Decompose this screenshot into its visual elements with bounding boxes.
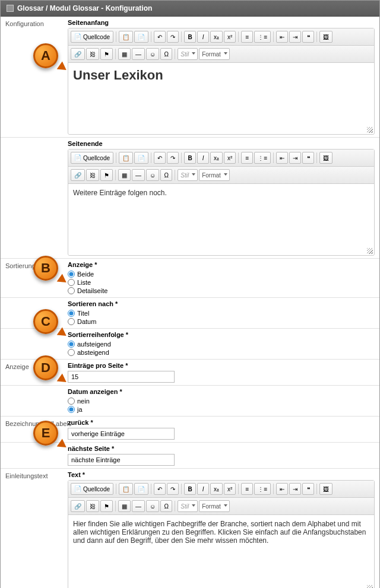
radio-anzeige-liste[interactable]	[68, 279, 75, 286]
editor-content-text: Weitere Einträge folgen noch.	[73, 189, 167, 197]
paste-button[interactable]: 📄	[134, 152, 148, 164]
blockquote-button[interactable]: ❝	[302, 31, 314, 43]
image-button[interactable]: 🖼	[319, 31, 332, 43]
anchor-button[interactable]: ⚑	[100, 500, 113, 512]
unlink-button[interactable]: ⛓	[86, 500, 99, 512]
label-anzeige: Anzeige *	[68, 261, 375, 268]
indent-button[interactable]: ⇥	[289, 31, 301, 43]
format-select[interactable]: Format	[199, 48, 230, 60]
bullet-list-button[interactable]: ⋮≡	[254, 31, 271, 43]
blockquote-button[interactable]: ❝	[302, 152, 314, 164]
numbered-list-button[interactable]: ≡	[241, 152, 253, 164]
smiley-button[interactable]: ☺	[146, 500, 159, 512]
link-button[interactable]: 🔗	[71, 500, 85, 512]
resize-handle[interactable]	[367, 585, 373, 588]
special-char-button[interactable]: Ω	[160, 500, 172, 512]
callout-b: B	[33, 256, 58, 281]
radio-order-ab[interactable]	[68, 349, 75, 356]
copy-button[interactable]: 📋	[119, 31, 133, 43]
redo-button[interactable]: ↷	[167, 483, 179, 495]
editor-body-text[interactable]: Hier finden Sie alle wichtigen Fachbegri…	[68, 515, 374, 588]
section-konfiguration: Konfiguration	[1, 17, 63, 137]
numbered-list-button[interactable]: ≡	[241, 31, 253, 43]
hr-button[interactable]: —	[132, 500, 145, 512]
radio-order-auf[interactable]	[68, 341, 75, 348]
copy-button[interactable]: 📋	[119, 152, 133, 164]
source-button[interactable]: 📄Quellcode	[71, 31, 113, 43]
source-button[interactable]: 📄Quellcode	[71, 152, 113, 164]
style-select[interactable]: Stil	[178, 169, 198, 181]
radio-anzeige-detail[interactable]	[68, 287, 75, 294]
editor-content-text: Hier finden Sie alle wichtigen Fachbegri…	[73, 520, 366, 545]
radio-label: aufsteigend	[77, 341, 111, 348]
italic-button[interactable]: I	[197, 152, 209, 164]
style-select[interactable]: Stil	[178, 48, 198, 60]
table-button[interactable]: ▦	[118, 48, 131, 60]
undo-button[interactable]: ↶	[154, 483, 166, 495]
anchor-button[interactable]: ⚑	[100, 169, 113, 181]
copy-button[interactable]: 📋	[119, 483, 133, 495]
input-naechste[interactable]	[68, 454, 175, 466]
image-button[interactable]: 🖼	[319, 483, 332, 495]
label-sortieren: Sortieren nach *	[68, 300, 375, 307]
subscript-button[interactable]: x₂	[210, 483, 223, 495]
undo-button[interactable]: ↶	[154, 31, 166, 43]
format-select[interactable]: Format	[199, 500, 230, 512]
special-char-button[interactable]: Ω	[160, 169, 172, 181]
radio-sort-datum[interactable]	[68, 318, 75, 325]
label-datum: Datum anzeigen *	[68, 388, 375, 395]
input-zurueck[interactable]	[68, 428, 175, 440]
italic-button[interactable]: I	[197, 31, 209, 43]
resize-handle[interactable]	[367, 127, 373, 133]
anchor-button[interactable]: ⚑	[100, 48, 113, 60]
radio-anzeige-beide[interactable]	[68, 271, 75, 278]
link-button[interactable]: 🔗	[71, 48, 85, 60]
indent-button[interactable]: ⇥	[289, 152, 301, 164]
superscript-button[interactable]: x²	[224, 483, 236, 495]
superscript-button[interactable]: x²	[224, 31, 236, 43]
smiley-button[interactable]: ☺	[146, 169, 159, 181]
bold-button[interactable]: B	[184, 31, 196, 43]
link-button[interactable]: 🔗	[71, 169, 85, 181]
radio-label: Titel	[77, 310, 89, 317]
input-eintraege[interactable]	[68, 371, 175, 383]
outdent-button[interactable]: ⇤	[276, 483, 288, 495]
image-button[interactable]: 🖼	[319, 152, 332, 164]
table-button[interactable]: ▦	[118, 500, 131, 512]
radio-sort-titel[interactable]	[68, 310, 75, 317]
radio-datum-nein[interactable]	[68, 398, 75, 405]
indent-button[interactable]: ⇥	[289, 483, 301, 495]
special-char-button[interactable]: Ω	[160, 48, 172, 60]
outdent-button[interactable]: ⇤	[276, 31, 288, 43]
callout-d: D	[33, 355, 58, 380]
bullet-list-button[interactable]: ⋮≡	[254, 152, 271, 164]
paste-button[interactable]: 📄	[134, 483, 148, 495]
undo-button[interactable]: ↶	[154, 152, 166, 164]
subscript-button[interactable]: x₂	[210, 31, 223, 43]
style-select[interactable]: Stil	[178, 500, 198, 512]
redo-button[interactable]: ↷	[167, 152, 179, 164]
hr-button[interactable]: —	[132, 48, 145, 60]
table-button[interactable]: ▦	[118, 169, 131, 181]
outdent-button[interactable]: ⇤	[276, 152, 288, 164]
bold-button[interactable]: B	[184, 483, 196, 495]
bold-button[interactable]: B	[184, 152, 196, 164]
redo-button[interactable]: ↷	[167, 31, 179, 43]
italic-button[interactable]: I	[197, 483, 209, 495]
hr-button[interactable]: —	[132, 169, 145, 181]
radio-datum-ja[interactable]	[68, 406, 75, 413]
resize-handle[interactable]	[367, 248, 373, 254]
unlink-button[interactable]: ⛓	[86, 48, 99, 60]
paste-button[interactable]: 📄	[134, 31, 148, 43]
superscript-button[interactable]: x²	[224, 152, 236, 164]
editor-body-seitenanfang[interactable]: Unser Lexikon	[68, 63, 374, 134]
bullet-list-button[interactable]: ⋮≡	[254, 483, 271, 495]
editor-body-seitenende[interactable]: Weitere Einträge folgen noch.	[68, 184, 374, 255]
source-button[interactable]: 📄Quellcode	[71, 483, 113, 495]
smiley-button[interactable]: ☺	[146, 48, 159, 60]
unlink-button[interactable]: ⛓	[86, 169, 99, 181]
subscript-button[interactable]: x₂	[210, 152, 223, 164]
format-select[interactable]: Format	[199, 169, 230, 181]
numbered-list-button[interactable]: ≡	[241, 483, 253, 495]
blockquote-button[interactable]: ❝	[302, 483, 314, 495]
